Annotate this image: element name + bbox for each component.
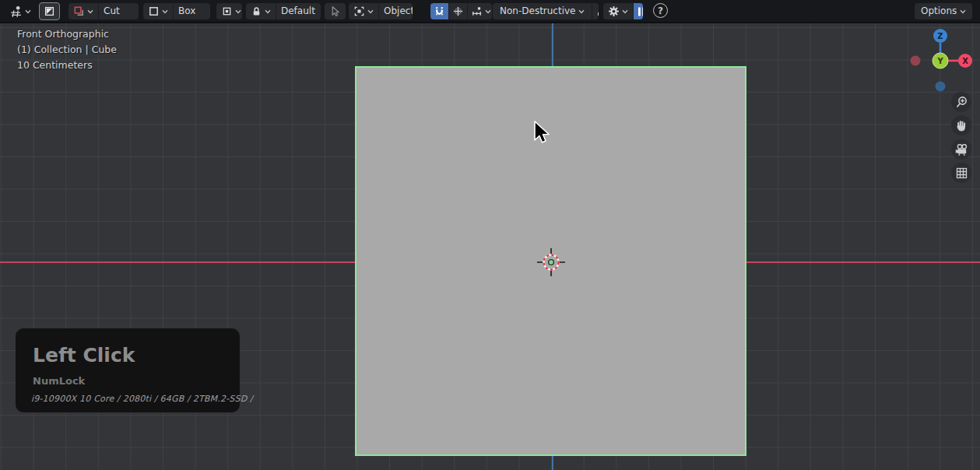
behavior-group: Non-Destructive: [493, 3, 599, 19]
svg-text:Y: Y: [936, 57, 943, 65]
mouse-pointer-icon: [533, 121, 550, 147]
cut-mode-label: Cut: [104, 3, 120, 19]
shape-label: Box: [178, 3, 195, 19]
chevron-down-icon: [162, 9, 168, 14]
lock-icon: [251, 5, 262, 17]
object-origin-icon: [353, 5, 365, 17]
gizmo-x-handle[interactable]: X: [958, 54, 972, 68]
navigation-gizmo[interactable]: Z Y X: [902, 25, 980, 96]
behavior-label: Non-Destructive: [500, 3, 576, 19]
pause-icon: [638, 7, 643, 16]
camera-icon: [955, 143, 968, 156]
screencast-key-label: Left Click: [33, 344, 135, 367]
settings-group: [603, 3, 643, 19]
perspective-toggle-button[interactable]: [951, 163, 971, 183]
behavior-dropdown[interactable]: Non-Destructive: [493, 3, 592, 19]
pan-button[interactable]: [951, 115, 971, 135]
gear-icon: [608, 5, 620, 17]
snap-grid-icon: [452, 5, 464, 17]
cut-mode-value[interactable]: Cut: [98, 3, 139, 19]
box-shape-icon: [148, 5, 160, 17]
topbar: Cut Box: [0, 0, 980, 23]
snap-cluster: [430, 3, 492, 19]
chevron-down-icon: [622, 9, 628, 14]
hardware-spec-label: i9-10900X 10 Core / 2080ti / 64GB / 2TBM…: [31, 394, 253, 404]
hand-icon: [955, 119, 968, 132]
shape-dropdown[interactable]: Box: [143, 3, 210, 19]
mode-dropdown[interactable]: Object: [349, 3, 413, 19]
mode-label: Object: [384, 3, 413, 19]
context-label: (1) Collection | Cube: [17, 44, 117, 55]
operation-mode-dropdown[interactable]: [216, 3, 242, 19]
preset-dropdown[interactable]: Default: [246, 3, 321, 19]
gizmo-y-handle[interactable]: Y: [933, 53, 948, 68]
gizmo-neg-x-handle[interactable]: [911, 56, 921, 66]
chevron-down-icon: [235, 9, 241, 14]
gizmo-z-handle[interactable]: Z: [933, 29, 947, 43]
preset-icon-segment[interactable]: [246, 3, 276, 19]
chevron-down-icon: [87, 9, 93, 14]
select-cursor-button[interactable]: [325, 3, 346, 19]
chevron-down-icon: [960, 9, 966, 14]
options-label: Options: [921, 3, 957, 19]
help-button[interactable]: ?: [653, 3, 668, 18]
boxcutter-tool-icon: [9, 5, 23, 18]
mode-icon-segment[interactable]: [349, 3, 378, 19]
snap-toggle-button[interactable]: [430, 3, 448, 19]
chevron-down-icon: [265, 9, 271, 14]
chevron-down-icon: [25, 9, 31, 14]
shape-value[interactable]: Box: [173, 3, 210, 19]
pause-button[interactable]: [633, 3, 643, 19]
view-name-label: Front Orthographic: [17, 28, 109, 40]
chevron-down-icon: [367, 9, 374, 14]
screencast-modifier-label: NumLock: [33, 375, 85, 387]
snap-increment-icon: [471, 5, 483, 17]
chevron-down-icon: [485, 9, 491, 14]
settings-dropdown[interactable]: [603, 3, 633, 19]
help-icon: ?: [658, 5, 663, 16]
active-tool-dropdown[interactable]: [5, 3, 36, 19]
operation-mode-segment[interactable]: [216, 3, 242, 19]
cursor-arrow-icon: [329, 5, 341, 17]
camera-view-button[interactable]: [951, 139, 971, 160]
boxcutter-logo-icon: [44, 5, 54, 17]
preset-value[interactable]: Default: [276, 3, 321, 19]
options-dropdown[interactable]: Options: [915, 3, 972, 19]
cut-mode-icon-segment[interactable]: [68, 3, 98, 19]
snap-grid-button[interactable]: [448, 3, 467, 19]
grid-icon: [956, 167, 968, 179]
svg-text:Z: Z: [937, 32, 943, 40]
3d-cursor: [537, 248, 565, 276]
chevron-down-icon: [578, 9, 585, 14]
solid-mode-icon: [221, 5, 233, 17]
grid-scale-label: 10 Centimeters: [17, 59, 93, 71]
screencast-keys-overlay: Left Click NumLock i9-10900X 10 Core / 2…: [16, 328, 240, 412]
boxcutter-logo-button[interactable]: [39, 2, 60, 20]
gizmo-neg-z-handle[interactable]: [936, 82, 946, 92]
mode-value[interactable]: Object: [378, 3, 413, 19]
svg-text:X: X: [962, 57, 968, 65]
preset-label: Default: [281, 3, 315, 19]
snap-increment-dropdown[interactable]: [467, 3, 492, 19]
apply-button[interactable]: [592, 3, 599, 19]
blender-window: Cut Box: [0, 0, 980, 470]
zoom-button[interactable]: [951, 92, 971, 112]
zoom-plus-icon: [955, 96, 968, 109]
shape-icon-segment[interactable]: [143, 3, 173, 19]
apply-download-icon: [596, 5, 599, 17]
cut-mode-dropdown[interactable]: Cut: [68, 3, 139, 19]
snap-magnet-icon: [434, 5, 445, 17]
options-segment[interactable]: Options: [915, 3, 972, 19]
cut-shape-icon: [73, 5, 85, 17]
